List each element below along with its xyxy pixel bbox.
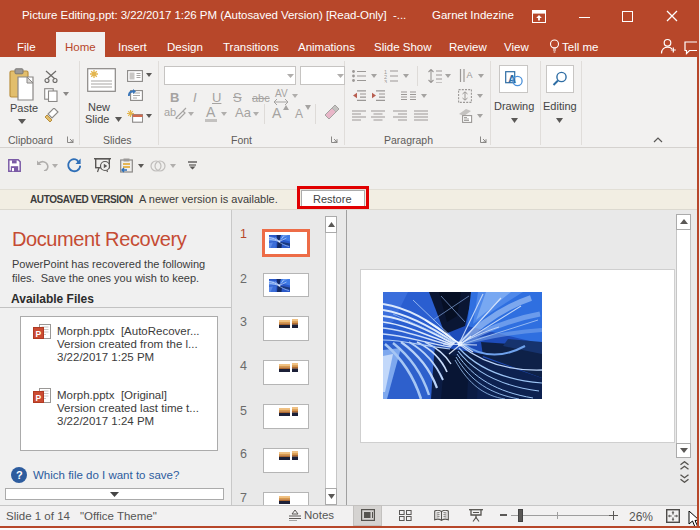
svg-text:P: P xyxy=(36,329,42,339)
svg-text:?: ? xyxy=(16,469,23,481)
svg-text:A: A xyxy=(467,70,473,80)
svg-text:P: P xyxy=(36,393,42,403)
svg-text:3: 3 xyxy=(384,79,387,83)
svg-text:A: A xyxy=(508,73,516,85)
